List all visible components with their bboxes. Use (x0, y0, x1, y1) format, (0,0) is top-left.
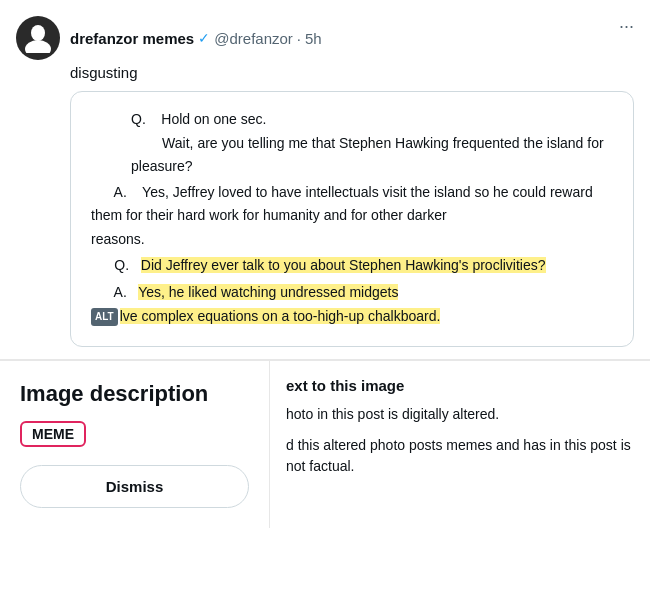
highlight-3: lve complex equations on a too-high-up c… (120, 308, 441, 324)
highlight-1: Did Jeffrey ever talk to you about Steph… (141, 257, 546, 273)
bottom-panel: Image description MEME Dismiss ext to th… (0, 360, 650, 528)
svg-point-1 (25, 40, 51, 53)
doc-line-1: Q. Hold on one sec. (131, 108, 613, 130)
highlight-2: Yes, he liked watching undressed midgets (138, 284, 398, 300)
doc-line-6: A. Yes, he liked watching undressed midg… (91, 281, 613, 303)
dismiss-button[interactable]: Dismiss (20, 465, 249, 508)
tweet-text: disgusting (70, 64, 634, 81)
context-panel: ext to this image hoto in this post is d… (270, 361, 650, 528)
tweet-handle: @drefanzor (214, 30, 293, 47)
tweet-name-row: drefanzor memes ✓ @drefanzor · 5h (70, 30, 322, 47)
avatar (16, 16, 60, 60)
tweet-header-left: drefanzor memes ✓ @drefanzor · 5h (16, 16, 322, 60)
doc-line-2: Wait, are you telling me that Stephen Ha… (131, 132, 613, 177)
image-description-panel: Image description MEME Dismiss (0, 361, 270, 528)
context-title: ext to this image (286, 377, 634, 394)
tweet-card: drefanzor memes ✓ @drefanzor · 5h ··· di… (0, 0, 650, 360)
svg-point-0 (31, 25, 45, 41)
tweet-timestamp: 5h (305, 30, 322, 47)
meme-badge: MEME (20, 421, 86, 447)
tweet-time: · (297, 30, 301, 47)
doc-line-5: Q. Did Jeffrey ever talk to you about St… (91, 254, 613, 276)
verified-icon: ✓ (198, 30, 210, 46)
alt-badge[interactable]: ALT (91, 308, 118, 326)
doc-line-3: A. Yes, Jeffrey loved to have intellectu… (91, 181, 613, 226)
doc-line-4: reasons. (91, 228, 613, 250)
doc-line-7: ALTlve complex equations on a too-high-u… (91, 305, 613, 327)
more-options-icon[interactable]: ··· (619, 16, 634, 37)
document-card: Q. Hold on one sec. Wait, are you tellin… (70, 91, 634, 347)
context-line-1: hoto in this post is digitally altered. (286, 404, 634, 425)
context-line-2: d this altered photo posts memes and has… (286, 435, 634, 477)
tweet-user-info: drefanzor memes ✓ @drefanzor · 5h (70, 30, 322, 47)
image-description-title: Image description (20, 381, 249, 407)
tweet-username[interactable]: drefanzor memes (70, 30, 194, 47)
tweet-header: drefanzor memes ✓ @drefanzor · 5h ··· (16, 16, 634, 60)
